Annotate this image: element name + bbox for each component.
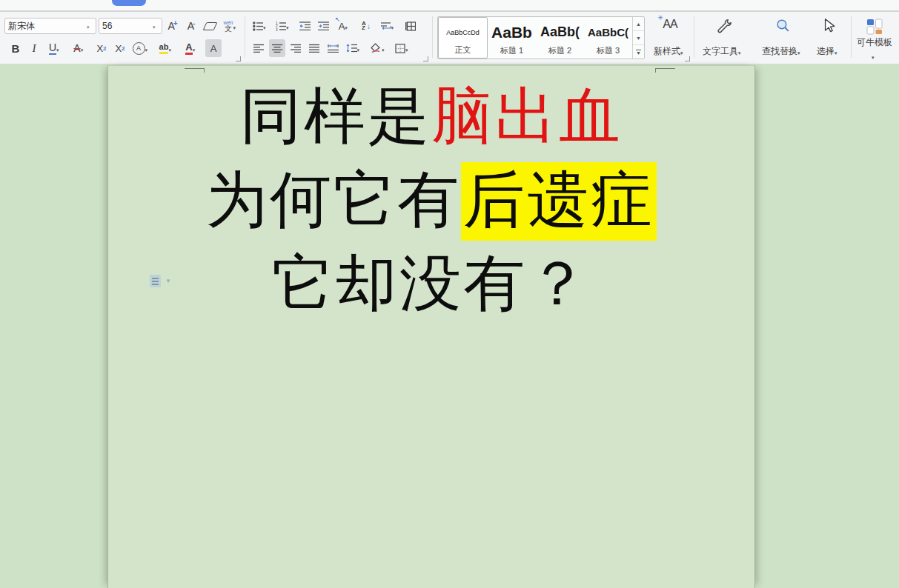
active-tab-pill[interactable] <box>112 0 146 6</box>
style-preview: AaBbC( <box>588 19 628 45</box>
gallery-scroll-up-button[interactable]: ▲ <box>633 17 644 31</box>
gallery-scroll-down-button[interactable]: ▼ <box>633 31 644 45</box>
text-segment[interactable]: 同样是 <box>240 82 431 150</box>
style-item-heading1[interactable]: AaBb 标题 1 <box>488 17 536 59</box>
text-segment[interactable]: 为何它有 <box>206 166 461 234</box>
italic-button[interactable]: I <box>26 39 42 57</box>
highlight-color-button[interactable]: ab <box>155 39 179 57</box>
gallery-more-button[interactable]: ▼ <box>633 45 644 59</box>
text-tool-button[interactable]: 文字工具 <box>695 18 752 58</box>
clear-formatting-button[interactable] <box>202 17 218 35</box>
superscript-button[interactable]: X2 <box>93 39 110 57</box>
chevron-down-icon[interactable] <box>81 42 87 54</box>
align-right-icon <box>291 44 301 53</box>
frame-button[interactable] <box>402 17 419 35</box>
increase-indent-button[interactable] <box>315 17 331 35</box>
shading-button[interactable] <box>368 39 390 57</box>
chevron-down-icon[interactable] <box>286 20 292 32</box>
chevron-down-icon[interactable] <box>263 20 269 32</box>
style-item-heading2[interactable]: AaBb( 标题 2 <box>536 17 584 59</box>
group-divider <box>245 16 245 58</box>
chevron-down-icon[interactable] <box>153 21 159 31</box>
style-preview: AaBbCcDd <box>446 20 480 44</box>
sort-button[interactable]: A Z ↓ <box>358 17 374 35</box>
chevron-down-icon[interactable] <box>405 42 411 54</box>
bold-icon: B <box>12 42 20 55</box>
chevron-down-icon[interactable] <box>391 20 397 32</box>
borders-button[interactable] <box>392 39 414 57</box>
text-line[interactable]: 为何它有后遗症 <box>108 158 754 242</box>
new-style-button[interactable]: ✳ AA 新样式 <box>649 18 691 58</box>
bold-button[interactable]: B <box>7 39 24 57</box>
shading-icon <box>370 43 382 53</box>
distribute-button[interactable] <box>325 39 341 57</box>
chevron-down-icon[interactable] <box>382 42 388 54</box>
numbered-list-icon: 123 <box>276 21 286 31</box>
align-center-icon <box>272 44 282 53</box>
chevron-down-icon[interactable] <box>835 47 840 57</box>
font-color-icon: A <box>185 42 192 55</box>
styles-dialog-launcher[interactable] <box>685 56 690 61</box>
phonetic-guide-button[interactable]: wén 文 <box>220 17 242 35</box>
style-item-body-text[interactable]: AaBbCcDd 正文 <box>438 17 488 59</box>
increase-font-size-button[interactable]: A + <box>165 17 181 35</box>
wps-writer-window: { "ribbon": { "font_group": { "font_fami… <box>0 0 899 588</box>
text-segment-red[interactable]: 脑出血 <box>431 82 623 150</box>
text-direction-button[interactable]: A ↖ <box>334 17 356 35</box>
font-dialog-launcher[interactable] <box>236 56 241 61</box>
chevron-down-icon[interactable] <box>680 47 686 57</box>
chevron-down-icon[interactable] <box>357 42 363 54</box>
text-line[interactable]: 它却没有？ <box>108 242 754 326</box>
sort-icon: A Z <box>362 21 366 31</box>
text-effects-button[interactable]: A <box>130 39 153 57</box>
styles-group: AaBbCcDd 正文 AaBb 标题 1 AaBb( 标题 2 AaBbC( … <box>437 12 692 64</box>
chevron-down-icon[interactable] <box>345 20 351 32</box>
decrease-indent-button[interactable] <box>296 17 313 35</box>
text-segment-highlighted[interactable]: 后遗症 <box>461 162 657 241</box>
chevron-down-icon[interactable] <box>797 47 803 57</box>
strikethrough-button[interactable]: A <box>69 39 91 57</box>
numbered-list-button[interactable]: 123 <box>273 17 294 35</box>
document-page[interactable]: ▼ 同样是脑出血 为何它有后遗症 它却没有？ <box>107 65 755 588</box>
svg-text:3: 3 <box>276 27 278 30</box>
plus-icon: + <box>173 19 178 27</box>
chevron-down-icon[interactable] <box>168 42 174 54</box>
font-size-value: 56 <box>102 21 112 31</box>
subscript-icon: X <box>115 43 122 54</box>
font-family-combobox[interactable]: 新宋体 <box>4 18 96 34</box>
italic-icon: I <box>33 42 36 55</box>
align-left-button[interactable] <box>251 39 267 57</box>
decrease-indent-icon <box>299 21 311 30</box>
text-segment[interactable]: 它却没有？ <box>272 250 591 318</box>
find-replace-button[interactable]: 查找替换 <box>753 18 812 58</box>
text-line[interactable]: 同样是脑出血 <box>108 75 754 158</box>
paragraph-marks-button[interactable] <box>376 17 400 35</box>
chevron-down-icon[interactable] <box>193 42 199 54</box>
font-size-combobox[interactable]: 56 <box>99 18 162 34</box>
styles-gallery-scrollbar: ▲ ▼ ▼ <box>632 17 644 59</box>
select-button[interactable]: 选择 <box>811 18 846 58</box>
justify-button[interactable] <box>306 39 322 57</box>
subscript-button[interactable]: X2 <box>112 39 128 57</box>
style-preview: AaBb <box>491 19 532 45</box>
decrease-font-size-button[interactable]: A - <box>183 17 199 35</box>
chevron-down-icon[interactable] <box>87 21 93 31</box>
line-spacing-button[interactable] <box>343 39 365 57</box>
character-shading-button[interactable]: A <box>205 39 222 57</box>
chevron-down-icon[interactable] <box>56 42 62 54</box>
paragraph-dialog-launcher[interactable] <box>423 56 428 61</box>
chevron-down-icon[interactable] <box>872 49 878 62</box>
keniu-template-button[interactable]: 可牛模板 <box>854 18 895 62</box>
chevron-down-icon[interactable] <box>738 47 744 57</box>
underline-button[interactable]: U <box>44 39 67 57</box>
chevron-down-icon[interactable] <box>233 20 239 32</box>
align-right-button[interactable] <box>288 39 304 57</box>
pinyin-icon: wén 文 <box>224 20 233 33</box>
character-shading-icon: A <box>210 43 217 54</box>
chevron-down-icon[interactable] <box>145 42 151 54</box>
style-item-heading3[interactable]: AaBbC( 标题 3 <box>584 17 632 59</box>
highlight-icon: ab <box>159 43 169 54</box>
font-color-button[interactable]: A <box>181 39 203 57</box>
bullet-list-button[interactable] <box>251 17 271 35</box>
align-center-button[interactable] <box>269 39 285 57</box>
